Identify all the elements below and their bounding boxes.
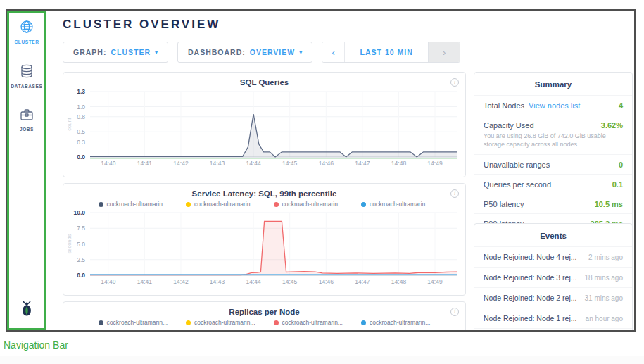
svg-text:seconds: seconds [66,234,72,253]
time-prev-button[interactable]: ‹ [322,42,345,62]
info-icon[interactable]: i [450,189,459,198]
page-title: CLUSTER OVERVIEW [63,18,220,32]
events-panel: Events Node Rejoined: Node 4 rej... 2 mi… [474,223,633,332]
svg-text:14:43: 14:43 [210,278,225,285]
svg-text:10.0: 10.0 [73,209,85,216]
series-dot-icon [274,202,279,207]
summary-value: 4 [619,101,623,110]
series-dot-icon [186,202,191,207]
svg-text:0.0: 0.0 [77,153,85,161]
svg-text:1.3: 1.3 [77,88,85,95]
event-row: Node Rejoined: Node 2 rej... 31 mins ago [474,287,632,308]
cockroachdb-logo-icon[interactable] [18,299,35,321]
event-row: Node Rejoined: Node 4 rej... 2 mins ago [474,246,632,267]
event-row: Node Rejoined: Node 3 rej... 18 mins ago [474,267,632,287]
sql-queries-chart: 1.31.00.80.50.30.014:4014:4114:4214:4314… [65,88,462,168]
graph-dropdown-value: CLUSTER [111,48,151,56]
svg-text:14:42: 14:42 [173,278,189,285]
svg-text:400: 400 [75,330,85,332]
summary-value: 0 [619,161,623,169]
legend-item: cockroach-ultramarin... [186,319,255,326]
time-range-label[interactable]: LAST 10 MIN [345,42,428,62]
sidebar-item-label: CLUSTER [15,39,39,44]
graph-dropdown[interactable]: GRAPH: CLUSTER ▾ [63,42,168,63]
service-latency-chart: 10.07.55.02.50.014:4014:4114:4214:4314:4… [65,209,462,287]
sidebar-item-cluster[interactable]: CLUSTER [9,20,44,44]
replicas-per-node-chart: 400 [65,327,462,332]
chart-title: Replicas per Node [63,308,465,316]
summary-value: 3.62% [601,121,623,130]
svg-text:14:49: 14:49 [427,160,443,167]
summary-panel: Summary Total Nodes View nodes list 4 Ca… [474,72,633,237]
chart-title: SQL Queries [63,78,465,87]
series-dot-icon [99,320,103,325]
legend-item: cockroach-ultramarin... [361,201,430,208]
svg-text:14:46: 14:46 [319,160,334,167]
database-icon [20,64,33,81]
legend-item: cockroach-ultramarin... [99,201,168,208]
svg-text:14:41: 14:41 [137,160,153,167]
view-nodes-list-link[interactable]: View nodes list [529,101,580,110]
series-dot-icon [186,320,191,325]
legend-item: cockroach-ultramarin... [274,319,343,326]
time-next-button-disabled[interactable]: › [428,42,460,62]
chevron-down-icon: ▾ [299,49,302,56]
svg-text:14:46: 14:46 [319,278,334,285]
svg-text:14:48: 14:48 [391,160,407,167]
navigation-bar: CLUSTER DATABASES [7,11,46,330]
summary-row-qps: Queries per second 0.1 [474,174,632,194]
svg-text:0.8: 0.8 [77,113,85,120]
sidebar-item-label: DATABASES [11,84,43,89]
summary-title: Summary [474,73,632,95]
summary-row-total-nodes: Total Nodes View nodes list 4 [474,95,632,115]
svg-text:14:47: 14:47 [355,278,370,285]
svg-text:7.5: 7.5 [77,225,85,232]
svg-text:14:41: 14:41 [137,278,153,285]
legend-item: cockroach-ultramarin... [99,319,168,326]
briefcase-icon [20,108,34,124]
series-dot-icon [361,320,366,325]
main-content: CLUSTER OVERVIEW GRAPH: CLUSTER ▾ DASHBO… [46,11,634,330]
globe-icon [20,20,34,37]
svg-text:0.5: 0.5 [77,128,85,135]
summary-value: 10.5 ms [595,200,623,208]
svg-text:14:40: 14:40 [101,160,116,167]
svg-text:14:49: 14:49 [427,278,443,285]
capacity-subtext: You are using 26.8 GiB of 742.0 GiB usab… [474,132,632,154]
dashboard-dropdown-label: DASHBOARD: [188,48,246,56]
series-dot-icon [274,320,279,325]
svg-text:14:44: 14:44 [246,278,261,285]
sql-queries-chart-panel: SQL Queries i 1.31.00.80.50.30.014:4014:… [63,72,466,177]
time-range-picker: ‹ LAST 10 MIN › [322,42,460,63]
info-icon[interactable]: i [450,308,459,316]
svg-text:14:40: 14:40 [101,278,116,285]
graph-dropdown-label: GRAPH: [73,48,106,56]
svg-text:0.3: 0.3 [77,139,85,146]
annotation-navigation-bar-label: Navigation Bar [4,339,68,351]
svg-text:2.5: 2.5 [77,256,85,263]
sidebar-item-databases[interactable]: DATABASES [9,64,44,89]
info-icon[interactable]: i [450,78,459,87]
events-title: Events [474,224,632,246]
svg-text:14:44: 14:44 [246,160,261,167]
svg-text:5.0: 5.0 [77,241,85,248]
sidebar-item-label: JOBS [20,127,34,132]
summary-row-p50: P50 latency 10.5 ms [474,194,632,213]
svg-text:14:48: 14:48 [391,278,407,285]
summary-value: 0.1 [612,180,623,189]
dashboard-dropdown[interactable]: DASHBOARD: OVERVIEW ▾ [177,42,312,63]
chart-title: Service Latency: SQL, 99th percentile [63,189,465,198]
screenshot-stage: CLUSTER DATABASES [0,0,644,364]
summary-row-unavailable-ranges: Unavailable ranges 0 [474,154,632,174]
series-dot-icon [361,202,366,207]
svg-text:14:43: 14:43 [210,160,225,167]
event-row: Node Rejoined: Node 4 rej... an hour ago [474,328,632,332]
svg-text:14:45: 14:45 [282,160,298,167]
toolbar: GRAPH: CLUSTER ▾ DASHBOARD: OVERVIEW ▾ ‹… [63,42,460,63]
sidebar-item-jobs[interactable]: JOBS [9,108,44,132]
svg-text:1.0: 1.0 [77,103,85,111]
legend-item: cockroach-ultramarin... [274,201,343,208]
service-latency-chart-panel: Service Latency: SQL, 99th percentile i … [63,183,466,296]
svg-text:14:45: 14:45 [282,278,298,285]
below-divider-area [0,356,644,364]
